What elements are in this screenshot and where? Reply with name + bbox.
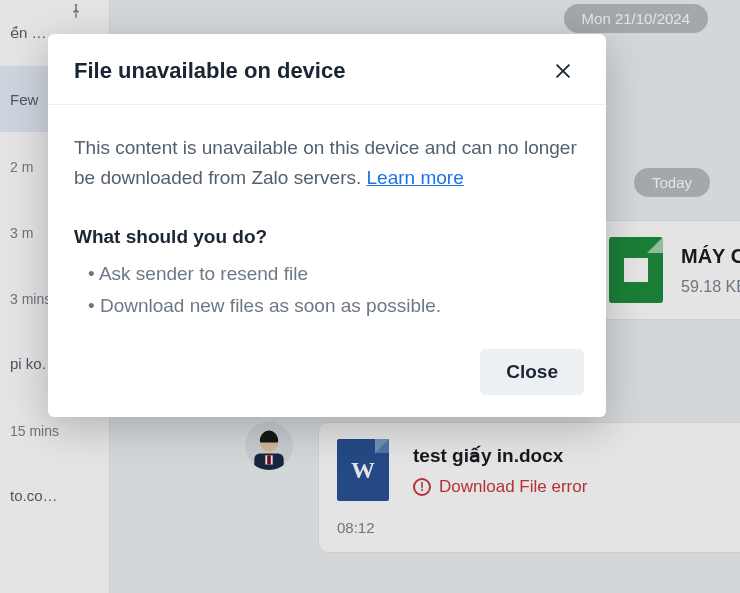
dialog-title: File unavailable on device	[74, 58, 345, 84]
dialog-tips-list: Ask sender to resend file Download new f…	[74, 258, 580, 323]
close-icon[interactable]	[546, 54, 580, 88]
dialog-footer: Close	[48, 331, 606, 417]
close-button[interactable]: Close	[480, 349, 584, 395]
dialog-body: This content is unavailable on this devi…	[48, 105, 606, 331]
file-unavailable-dialog: File unavailable on device This content …	[48, 34, 606, 417]
dialog-tip: Ask sender to resend file	[74, 258, 580, 290]
dialog-tip: Download new files as soon as possible.	[74, 290, 580, 322]
dialog-subheading: What should you do?	[74, 222, 580, 252]
dialog-header: File unavailable on device	[48, 34, 606, 105]
dialog-body-text: This content is unavailable on this devi…	[74, 137, 577, 188]
learn-more-link[interactable]: Learn more	[367, 167, 464, 188]
